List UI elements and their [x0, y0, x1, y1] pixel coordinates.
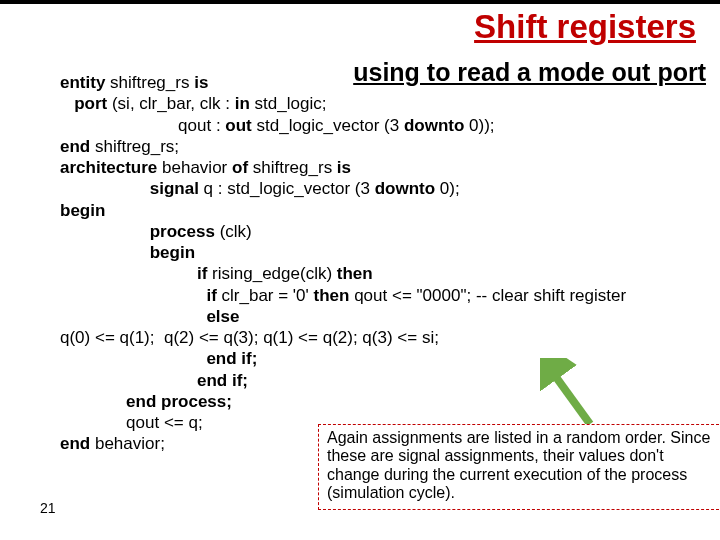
note-box: Again assignments are listed in a random…	[318, 424, 720, 510]
svg-line-0	[548, 366, 590, 424]
arrow-icon	[540, 358, 600, 428]
code-block: entity shiftreg_rs is port (si, clr_bar,…	[60, 72, 710, 455]
page-number: 21	[40, 500, 56, 516]
slide-title: Shift registers	[474, 8, 696, 46]
top-border	[0, 0, 720, 4]
